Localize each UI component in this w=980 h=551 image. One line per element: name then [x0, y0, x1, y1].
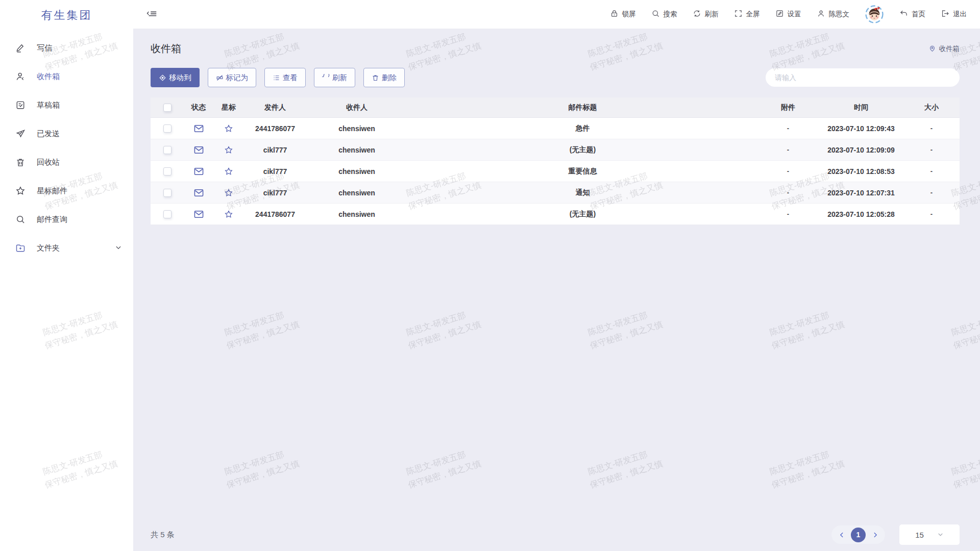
- page-number[interactable]: 1: [851, 528, 866, 542]
- cell-time: 2023-07-10 12:08:53: [819, 167, 903, 176]
- column-attachment: 附件: [757, 103, 819, 112]
- star-toggle-icon[interactable]: [213, 167, 244, 176]
- mail-status-icon: [184, 210, 213, 218]
- refresh-button[interactable]: 刷新: [693, 9, 719, 19]
- refresh-list-label: 刷新: [332, 73, 347, 83]
- sidebar-item-label: 文件夹: [37, 243, 60, 253]
- row-checkbox[interactable]: [163, 124, 172, 133]
- sidebar-item-trash[interactable]: 回收站: [0, 148, 133, 177]
- fullscreen-icon: [734, 9, 743, 19]
- search-button[interactable]: 搜索: [651, 9, 677, 19]
- user-name: 陈思文: [829, 10, 850, 19]
- drafts-icon: [15, 100, 26, 110]
- lock-icon: [610, 9, 619, 19]
- star-toggle-icon[interactable]: [213, 210, 244, 219]
- lock-screen-button[interactable]: 锁屏: [610, 9, 636, 19]
- mark-as-label: 标记为: [226, 73, 249, 83]
- star-toggle-icon[interactable]: [213, 188, 244, 197]
- table-row[interactable]: 2441786077 chensiwen (无主题) - 2023-07-10 …: [151, 204, 960, 225]
- cell-subject: 重要信息: [408, 167, 757, 176]
- settings-button[interactable]: 设置: [775, 9, 801, 19]
- sidebar: 有生集团 写信 收件箱 草稿箱 已发送: [0, 0, 133, 551]
- home-label: 首页: [912, 10, 925, 19]
- menu-fold-icon[interactable]: [145, 8, 159, 21]
- sidebar-item-label: 星标邮件: [37, 186, 67, 196]
- row-checkbox[interactable]: [163, 189, 172, 197]
- cell-sender: cikl777: [244, 146, 306, 154]
- cell-time: 2023-07-10 12:05:28: [819, 210, 903, 218]
- column-sender: 发件人: [244, 103, 306, 112]
- sidebar-item-drafts[interactable]: 草稿箱: [0, 91, 133, 119]
- table-row[interactable]: 2441786077 chensiwen 急件 - 2023-07-10 12:…: [151, 118, 960, 139]
- search-input[interactable]: [766, 68, 960, 87]
- topbar-actions: 锁屏 搜索 刷新 全屏 设置: [610, 5, 967, 24]
- view-button[interactable]: 查看: [264, 68, 306, 87]
- sidebar-item-inbox[interactable]: 收件箱: [0, 62, 133, 91]
- mark-as-button[interactable]: 标记为: [208, 68, 257, 87]
- star-toggle-icon[interactable]: [213, 145, 244, 155]
- select-all-checkbox[interactable]: [163, 104, 172, 112]
- folder-plus-icon: [15, 243, 26, 253]
- search-label: 搜索: [664, 10, 677, 19]
- topbar: 锁屏 搜索 刷新 全屏 设置: [133, 0, 980, 29]
- sidebar-item-compose[interactable]: 写信: [0, 34, 133, 62]
- delete-button[interactable]: 删除: [363, 68, 405, 87]
- table-row[interactable]: cikl777 chensiwen 通知 - 2023-07-10 12:07:…: [151, 182, 960, 204]
- view-label: 查看: [283, 73, 298, 83]
- column-recipient: 收件人: [306, 103, 408, 112]
- toolbar: 移动到 标记为 查看 刷新 删除: [151, 68, 960, 87]
- home-button[interactable]: 首页: [899, 9, 925, 19]
- column-status: 状态: [184, 103, 213, 112]
- avatar[interactable]: [865, 5, 884, 24]
- prev-page-button[interactable]: [836, 529, 848, 541]
- breadcrumb-label: 收件箱: [939, 44, 960, 54]
- row-checkbox[interactable]: [163, 167, 172, 176]
- move-to-button[interactable]: 移动到: [151, 68, 200, 87]
- refresh-icon: [693, 9, 701, 19]
- sidebar-item-folders[interactable]: 文件夹: [0, 234, 133, 262]
- cell-size: -: [903, 146, 960, 154]
- sent-icon: [15, 129, 26, 139]
- cell-sender: cikl777: [244, 167, 306, 176]
- next-page-button[interactable]: [869, 529, 881, 541]
- star-toggle-icon[interactable]: [213, 124, 244, 133]
- star-icon: [15, 186, 26, 196]
- row-checkbox[interactable]: [163, 146, 172, 154]
- cell-time: 2023-07-10 12:09:09: [819, 146, 903, 154]
- sidebar-item-mail-search[interactable]: 邮件查询: [0, 205, 133, 234]
- logout-button[interactable]: 退出: [941, 9, 967, 19]
- sidebar-item-label: 草稿箱: [37, 101, 60, 110]
- search-icon: [651, 9, 660, 19]
- footer: 共 5 条 1 15: [151, 518, 960, 551]
- cell-recipient: chensiwen: [306, 124, 408, 133]
- cell-size: -: [903, 167, 960, 175]
- refresh-label: 刷新: [705, 10, 719, 19]
- column-subject: 邮件标题: [408, 103, 757, 112]
- sidebar-item-starred[interactable]: 星标邮件: [0, 177, 133, 205]
- sidebar-item-sent[interactable]: 已发送: [0, 119, 133, 148]
- sidebar-item-label: 写信: [37, 43, 52, 53]
- user-menu[interactable]: 陈思文: [817, 9, 850, 19]
- logout-label: 退出: [953, 10, 967, 19]
- delete-label: 删除: [382, 73, 397, 83]
- cell-size: -: [903, 124, 960, 132]
- move-to-label: 移动到: [169, 73, 191, 83]
- cell-time: 2023-07-10 12:09:43: [819, 124, 903, 133]
- inbox-icon: [15, 71, 26, 82]
- column-time: 时间: [819, 103, 903, 112]
- refresh-list-button[interactable]: 刷新: [314, 68, 355, 87]
- cell-recipient: chensiwen: [306, 189, 408, 197]
- breadcrumb: 收件箱: [928, 44, 960, 54]
- trash-icon: [15, 157, 26, 167]
- table-row[interactable]: cikl777 chensiwen (无主题) - 2023-07-10 12:…: [151, 139, 960, 161]
- cell-recipient: chensiwen: [306, 167, 408, 176]
- fullscreen-button[interactable]: 全屏: [734, 9, 760, 19]
- cell-attachment: -: [757, 189, 819, 196]
- sidebar-item-label: 已发送: [37, 129, 60, 139]
- undo-arrow-icon: [899, 9, 908, 19]
- cell-recipient: chensiwen: [306, 146, 408, 154]
- table-row[interactable]: cikl777 chensiwen 重要信息 - 2023-07-10 12:0…: [151, 161, 960, 182]
- page-size-select[interactable]: 15: [899, 524, 960, 545]
- logout-icon: [941, 9, 949, 19]
- row-checkbox[interactable]: [163, 210, 172, 218]
